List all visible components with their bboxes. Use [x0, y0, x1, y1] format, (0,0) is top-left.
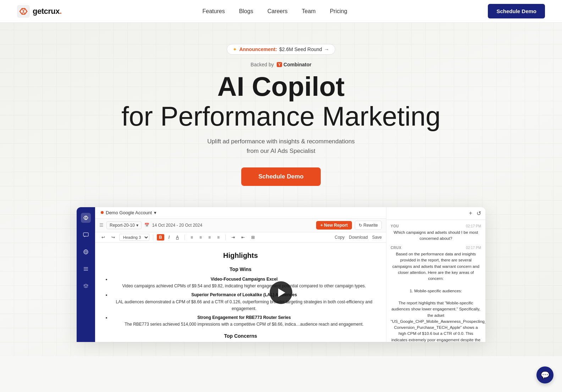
rewrite-button[interactable]: ↻ Rewrite [355, 221, 382, 230]
hamburger-icon: ☰ [99, 222, 104, 228]
app-main-editor: Demo Google Account ▾ ☰ Report-20-10 ▾ 📅 [95, 207, 386, 342]
app-demo-wrapper: Demo Google Account ▾ ☰ Report-20-10 ▾ 📅 [68, 207, 494, 342]
chat-crux-message: CRUX 02:17 PM Based on the performance d… [391, 246, 481, 342]
sidebar-chat-icon[interactable] [81, 230, 91, 240]
chat-user-sender: YOU [391, 224, 399, 228]
doc-win-3-text: The RBE773 series achieved 514,000 impre… [125, 322, 364, 327]
chat-crux-text-2: The report highlights that "Mobile-speci… [391, 301, 485, 342]
align-left-button[interactable]: ≡ [188, 234, 195, 241]
heading-select[interactable]: Heading 3 [119, 234, 149, 241]
document-content: Highlights Top Wins Video-Focused Campai… [95, 243, 386, 342]
doc-top-wins-heading: Top Wins [104, 265, 378, 273]
app-topbar: Demo Google Account ▾ [95, 207, 386, 219]
navbar: getcrux. Features Blogs Careers Team Pri… [0, 0, 562, 23]
announcement-label: Announcement: [239, 46, 277, 52]
hero-subtitle: Uplift ad performance with insights & re… [196, 137, 366, 156]
account-chevron-icon: ▾ [154, 210, 156, 215]
chat-crux-sender: CRUX [391, 246, 401, 250]
chat-crux-bubble: Based on the performance data and insigh… [391, 251, 481, 342]
schedule-demo-nav-button[interactable]: Schedule Demo [488, 4, 545, 18]
download-button[interactable]: Download [349, 235, 368, 240]
sidebar-globe-icon[interactable] [81, 247, 91, 257]
announcement-star-icon: ✦ [233, 46, 237, 52]
chat-add-button[interactable]: + [469, 210, 472, 216]
format-separator-2 [184, 234, 185, 240]
report-selector[interactable]: Report-20-10 ▾ [106, 221, 142, 229]
hero-headline-light: for Performance Marketing [121, 101, 441, 131]
chat-topbar: + ↺ [386, 207, 485, 220]
new-report-button[interactable]: + New Report [316, 221, 352, 230]
app-report-toolbar: ☰ Report-20-10 ▾ 📅 14 Oct 2024 - 20 Oct … [95, 219, 386, 232]
account-status-dot [101, 211, 104, 214]
doc-win-1-title: Video-Focused Campaigns Excel [211, 277, 278, 282]
underline-button[interactable]: A [174, 234, 181, 241]
chat-history-button[interactable]: ↺ [476, 210, 481, 217]
backed-by: Backed by Y Combinator [7, 62, 555, 67]
chat-crux-msg-header: CRUX 02:17 PM [391, 246, 481, 250]
chat-crux-time: 02:17 PM [466, 246, 481, 250]
logo-text: getcrux. [33, 7, 62, 16]
hero-headline: AI Copilot for Performance Marketing [7, 72, 555, 131]
chat-user-msg-header: YOU 02:17 PM [391, 224, 481, 228]
nav-features[interactable]: Features [202, 8, 225, 14]
announcement-arrow-icon: → [324, 46, 329, 52]
app-chat-panel: + ↺ YOU 02:17 PM Which campaigns and ads… [386, 207, 485, 342]
chat-user-time: 02:17 PM [466, 224, 481, 228]
format-separator-3 [225, 234, 226, 240]
image-button[interactable]: ⊞ [249, 234, 257, 241]
redo-button[interactable]: ↪ [109, 234, 117, 241]
doc-win-1: Video-Focused Campaigns Excel Video camp… [111, 276, 378, 289]
chat-user-message: YOU 02:17 PM Which campaigns and adsets … [391, 224, 481, 242]
align-center-button[interactable]: ≡ [197, 234, 204, 241]
calendar-icon: 📅 [144, 223, 149, 227]
combinator-text: Combinator [283, 62, 312, 67]
chat-user-bubble: Which campaigns and adsets should I be m… [391, 230, 481, 242]
bold-button[interactable]: B [157, 234, 164, 241]
sidebar-menu-icon[interactable] [81, 264, 91, 274]
schedule-demo-hero-button[interactable]: Schedule Demo [241, 167, 321, 186]
hero-headline-bold: AI Copilot [217, 71, 345, 101]
play-button-overlay[interactable] [270, 281, 292, 304]
italic-button[interactable]: I [166, 234, 172, 241]
sidebar-logo-icon[interactable] [81, 213, 91, 223]
copy-button[interactable]: Copy [335, 235, 345, 240]
svg-rect-1 [83, 233, 88, 236]
toolbar-right: + New Report ↻ Rewrite [316, 221, 382, 230]
undo-button[interactable]: ↩ [99, 234, 107, 241]
app-sidebar [77, 207, 95, 342]
announcement-pill[interactable]: ✦ Announcement: $2.6M Seed Round → [227, 44, 335, 55]
doc-win-2: Superior Performance of Lookalike (LAL) … [111, 292, 378, 312]
yc-combinator-badge: Y Combinator [277, 62, 312, 67]
doc-top-concerns-heading: Top Concerns [104, 332, 378, 340]
indent-button[interactable]: ⇥ [229, 234, 237, 241]
logo[interactable]: getcrux. [17, 5, 62, 18]
report-name: Report-20-10 [110, 223, 135, 228]
format-bar: ↩ ↪ Heading 3 B I A ≡ ≡ ≡ ≡ ⇥ ⇤ ⊞ [95, 232, 386, 243]
account-selector[interactable]: Demo Google Account ▾ [101, 210, 156, 215]
align-right-button[interactable]: ≡ [206, 234, 213, 241]
play-triangle-icon [278, 288, 285, 297]
nav-links: Features Blogs Careers Team Pricing [202, 8, 347, 15]
nav-pricing[interactable]: Pricing [330, 8, 347, 14]
doc-win-1-text: Video campaigns achieved CPMs of $9.54 a… [122, 283, 366, 288]
toolbar-actions: Copy Download Save [335, 235, 382, 240]
date-range-display: 14 Oct 2024 - 20 Oct 2024 [152, 223, 202, 228]
yc-small-icon: Y [277, 62, 282, 67]
nav-careers[interactable]: Careers [268, 8, 288, 14]
hero-section: ✦ Announcement: $2.6M Seed Round → Backe… [0, 23, 562, 356]
app-demo: Demo Google Account ▾ ☰ Report-20-10 ▾ 📅 [77, 207, 485, 342]
doc-win-2-text: LAL audiences demonstrated a CPM of $8.6… [116, 299, 372, 311]
outdent-button[interactable]: ⇤ [239, 234, 247, 241]
chat-crux-text-1: Based on the performance data and insigh… [392, 252, 479, 281]
logo-icon [17, 5, 30, 18]
align-justify-button[interactable]: ≡ [215, 234, 222, 241]
format-separator-1 [153, 234, 153, 240]
nav-team[interactable]: Team [302, 8, 316, 14]
save-button[interactable]: Save [372, 235, 382, 240]
sidebar-layers-icon[interactable] [81, 281, 91, 291]
nav-blogs[interactable]: Blogs [239, 8, 253, 14]
chat-crux-item-1: 1. Mobile-specific audiences: [410, 289, 462, 293]
doc-top-wins-list: Video-Focused Campaigns Excel Video camp… [104, 276, 378, 328]
account-name: Demo Google Account [106, 210, 152, 215]
backed-by-text: Backed by [250, 62, 274, 67]
